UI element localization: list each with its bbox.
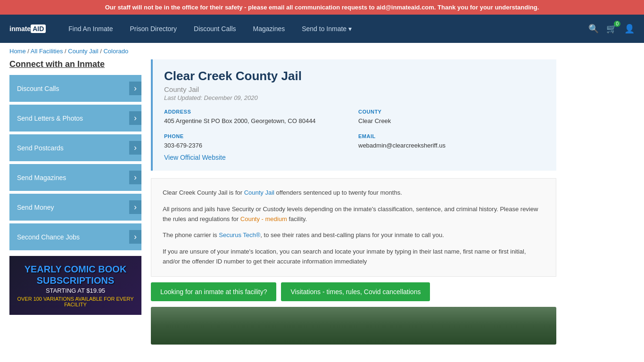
- facility-photo: [151, 307, 556, 345]
- cart-button[interactable]: 🛒0: [606, 24, 617, 34]
- chevron-right-icon: ›: [129, 82, 141, 95]
- content-area: Clear Creek County Jail County Jail Last…: [151, 59, 556, 345]
- email-value: webadmin@clearcreeksheriff.us: [358, 141, 545, 150]
- nav-icons: 🔍 🛒0 👤: [588, 24, 635, 34]
- brand-logo[interactable]: inmateAID: [9, 25, 46, 33]
- facility-card: Clear Creek County Jail County Jail Last…: [151, 59, 556, 171]
- user-button[interactable]: 👤: [624, 24, 635, 34]
- facility-info-grid: ADDRESS 405 Argentine St PO Box 2000, Ge…: [164, 109, 545, 150]
- desc-para-2: All prisons and jails have Security or C…: [163, 205, 545, 224]
- sidebar-send-magazines[interactable]: Send Magazines ›: [9, 164, 141, 191]
- ad-title-line1: YEARLY COMIC BOOK: [17, 263, 134, 275]
- securus-link[interactable]: Securus Tech®: [219, 231, 260, 239]
- main-container: Connect with an Inmate Discount Calls › …: [0, 59, 566, 354]
- ad-subtitle: OVER 100 VARIATIONS AVAILABLE FOR EVERY …: [17, 296, 134, 307]
- county-block: COUNTY Clear Creek: [358, 109, 545, 126]
- visitations-button[interactable]: Visitations - times, rules, Covid cancel…: [281, 282, 430, 301]
- navbar: inmateAID Find An Inmate Prison Director…: [0, 15, 644, 43]
- looking-for-inmate-button[interactable]: Looking for an inmate at this facility?: [151, 282, 276, 301]
- address-value: 405 Argentine St PO Box 2000, Georgetown…: [164, 116, 351, 126]
- breadcrumb: Home / All Facilities / County Jail / Co…: [0, 43, 644, 59]
- chevron-right-icon: ›: [129, 111, 141, 125]
- ad-banner[interactable]: YEARLY COMIC BOOK SUBSCRIPTIONS STARTING…: [9, 256, 141, 315]
- nav-magazines[interactable]: Magazines: [245, 15, 294, 43]
- phone-label: PHONE: [164, 133, 351, 139]
- facility-type: County Jail: [164, 85, 545, 93]
- sidebar-second-chance-jobs[interactable]: Second Chance Jobs ›: [9, 223, 141, 250]
- sidebar-title: Connect with an Inmate: [9, 59, 141, 69]
- desc-para-1: Clear Creek County Jail is for County Ja…: [163, 188, 545, 198]
- address-block: ADDRESS 405 Argentine St PO Box 2000, Ge…: [164, 109, 351, 126]
- ad-price: STARTING AT $19.95: [17, 287, 134, 294]
- address-label: ADDRESS: [164, 109, 351, 115]
- action-buttons: Looking for an inmate at this facility? …: [151, 282, 556, 301]
- sidebar-send-money[interactable]: Send Money ›: [9, 194, 141, 221]
- description-area: Clear Creek County Jail is for County Ja…: [151, 178, 556, 277]
- cart-badge: 0: [614, 21, 620, 27]
- county-jail-link[interactable]: County Jail: [244, 189, 274, 196]
- chevron-right-icon: ›: [129, 171, 141, 184]
- nav-discount-calls[interactable]: Discount Calls: [185, 15, 244, 43]
- facility-name: Clear Creek County Jail: [164, 69, 545, 83]
- official-website-link[interactable]: View Official Website: [164, 154, 226, 161]
- chevron-right-icon: ›: [129, 141, 141, 155]
- breadcrumb-colorado[interactable]: Colorado: [103, 48, 128, 55]
- nav-links: Find An Inmate Prison Directory Discount…: [60, 15, 588, 43]
- chevron-right-icon: ›: [129, 200, 141, 214]
- desc-para-4: If you are unsure of your inmate's locat…: [163, 247, 545, 267]
- sidebar: Connect with an Inmate Discount Calls › …: [9, 59, 141, 345]
- county-medium-link[interactable]: County - medium: [240, 215, 287, 222]
- nav-prison-directory[interactable]: Prison Directory: [121, 15, 185, 43]
- county-label: COUNTY: [358, 109, 545, 115]
- alert-banner: Our staff will not be in the office for …: [0, 0, 644, 15]
- nav-find-inmate[interactable]: Find An Inmate: [60, 15, 121, 43]
- ad-title-line2: SUBSCRIPTIONS: [17, 275, 134, 286]
- desc-para-3: The phone carrier is Securus Tech®, to s…: [163, 230, 545, 240]
- facility-updated: Last Updated: December 09, 2020: [164, 94, 545, 101]
- breadcrumb-county-jail[interactable]: County Jail: [68, 48, 98, 55]
- breadcrumb-all-facilities[interactable]: All Facilities: [31, 48, 63, 55]
- phone-value: 303-679-2376: [164, 141, 351, 150]
- chevron-right-icon: ›: [129, 230, 141, 244]
- phone-block: PHONE 303-679-2376: [164, 133, 351, 150]
- sidebar-send-postcards[interactable]: Send Postcards ›: [9, 134, 141, 161]
- search-button[interactable]: 🔍: [588, 24, 599, 34]
- breadcrumb-home[interactable]: Home: [9, 48, 26, 55]
- sidebar-discount-calls[interactable]: Discount Calls ›: [9, 75, 141, 102]
- email-label: EMAIL: [358, 133, 545, 139]
- county-value: Clear Creek: [358, 116, 545, 126]
- nav-send-to-inmate[interactable]: Send to Inmate ▾: [293, 15, 360, 43]
- sidebar-send-letters[interactable]: Send Letters & Photos ›: [9, 105, 141, 132]
- email-block: EMAIL webadmin@clearcreeksheriff.us: [358, 133, 545, 150]
